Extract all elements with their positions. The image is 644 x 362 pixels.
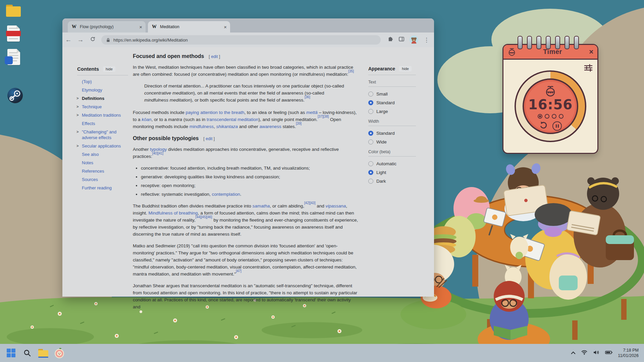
- article-body: Focused and open methods [ edit ] In the…: [133, 47, 358, 297]
- timer-widget: Timer ×: [502, 44, 598, 154]
- session-dot: [559, 114, 564, 119]
- appearance-hide-button[interactable]: hide: [399, 66, 412, 71]
- list-item: receptive: open monitoring;: [141, 182, 358, 189]
- radio-icon[interactable]: [368, 100, 373, 105]
- tab-meditation[interactable]: W Meditation ×: [148, 21, 230, 33]
- side-panel-icon[interactable]: [398, 36, 405, 44]
- timer-settings-icon[interactable]: [584, 64, 593, 73]
- extensions-icon[interactable]: [387, 36, 393, 44]
- radio-option-standard[interactable]: Standard: [368, 98, 416, 107]
- toc-item[interactable]: See also: [77, 152, 128, 157]
- toc-item[interactable]: >Definitions: [77, 96, 128, 101]
- toc-item-label: Meditation traditions: [82, 113, 121, 118]
- url-text: https://en.wikipedia.org/wiki/Meditation: [113, 38, 188, 43]
- toc-item[interactable]: Further reading: [77, 185, 128, 191]
- steam-icon: [7, 88, 23, 103]
- spiral-ring: [536, 36, 541, 49]
- timer-progress-ring: 16:56: [515, 70, 586, 142]
- radio-icon[interactable]: [368, 139, 373, 144]
- radio-option-large[interactable]: Large: [368, 107, 416, 116]
- radio-option-dark[interactable]: Dark: [368, 177, 416, 185]
- wikipedia-favicon-icon: W: [71, 24, 77, 29]
- volume-icon[interactable]: [593, 350, 600, 356]
- tab-flow-psychology[interactable]: W Flow (psychology) ×: [68, 21, 146, 33]
- taskbar-clock[interactable]: 7:18 PM 11/01/2026: [618, 348, 639, 358]
- clock-date: 11/01/2026: [618, 353, 639, 358]
- toc-item[interactable]: >Technique: [77, 104, 128, 110]
- radio-option-label: Wide: [376, 139, 387, 144]
- tomato-timer-app-button[interactable]: [54, 348, 64, 358]
- radio-option-wide[interactable]: Wide: [368, 137, 416, 146]
- appearance-panel: Appearance hide TextSmallStandardLargeWi…: [368, 47, 416, 297]
- profile-avatar[interactable]: [410, 36, 418, 44]
- battery-icon[interactable]: [605, 350, 612, 356]
- blockquote: Direction of mental attention... A pract…: [144, 82, 348, 104]
- timer-time: 16:56: [528, 98, 573, 111]
- close-tab-icon[interactable]: ×: [139, 24, 142, 30]
- toc-item[interactable]: >Secular applications: [77, 143, 128, 149]
- radio-option-label: Automatic: [376, 161, 396, 166]
- toc-item[interactable]: Effects: [77, 121, 128, 126]
- reload-icon[interactable]: [87, 36, 99, 44]
- desktop-icon-steam[interactable]: [7, 88, 23, 103]
- close-icon[interactable]: ×: [589, 48, 593, 56]
- radio-option-label: Standard: [376, 100, 395, 105]
- forward-icon[interactable]: →: [74, 36, 87, 44]
- radio-icon[interactable]: [368, 131, 373, 136]
- restart-icon[interactable]: [539, 121, 548, 131]
- session-dot: [552, 114, 556, 119]
- chevron-right-icon[interactable]: >: [76, 96, 78, 101]
- chevron-right-icon[interactable]: >: [76, 143, 78, 149]
- tab-title: Meditation: [160, 24, 221, 29]
- section-heading: Focused and open methods: [133, 53, 204, 59]
- chevron-right-icon[interactable]: >: [76, 112, 78, 118]
- radio-option-small[interactable]: Small: [368, 89, 416, 98]
- toc-item-label: (Top): [82, 79, 92, 84]
- toc-item[interactable]: Notes: [77, 160, 128, 166]
- tab-title: Flow (psychology): [80, 24, 137, 29]
- contents-hide-button[interactable]: hide: [103, 66, 115, 72]
- paragraph: In the West, meditation techniques have …: [133, 64, 358, 78]
- close-tab-icon[interactable]: ×: [224, 24, 227, 30]
- start-button[interactable]: [6, 348, 16, 358]
- toc-item[interactable]: Etymology: [77, 87, 128, 93]
- toc-item[interactable]: >"Challenging" and adverse effects: [77, 129, 128, 140]
- toc-item-label: See also: [82, 152, 99, 157]
- radio-option-standard[interactable]: Standard: [368, 129, 416, 137]
- radio-icon[interactable]: [368, 161, 373, 166]
- clock-time: 7:18 PM: [618, 348, 639, 353]
- chevron-right-icon[interactable]: >: [76, 104, 78, 110]
- list-item: reflective: systematic investigation, co…: [141, 191, 358, 198]
- paragraph: Matko and Sedlmeier (2019) "call into qu…: [133, 242, 358, 278]
- edit-link[interactable]: [ edit ]: [209, 54, 220, 59]
- toc-item[interactable]: References: [77, 168, 128, 174]
- spiral-ring: [527, 36, 532, 49]
- wifi-icon[interactable]: [581, 350, 588, 356]
- radio-option-automatic[interactable]: Automatic: [368, 159, 416, 168]
- radio-icon[interactable]: [368, 92, 373, 97]
- radio-icon[interactable]: [368, 170, 373, 175]
- radio-icon[interactable]: [368, 179, 373, 184]
- radio-icon[interactable]: [368, 109, 373, 114]
- session-dot: [538, 114, 542, 119]
- file-explorer-button[interactable]: [38, 348, 48, 358]
- back-icon[interactable]: ←: [62, 36, 74, 44]
- tray-chevron-up-icon[interactable]: [571, 350, 576, 356]
- toc-item-label: Technique: [82, 104, 102, 109]
- radio-option-label: Large: [376, 109, 388, 114]
- menu-icon[interactable]: ⋮: [423, 37, 430, 44]
- chevron-right-icon[interactable]: >: [76, 129, 78, 135]
- pause-button[interactable]: [552, 121, 562, 131]
- toc-item[interactable]: (Top): [77, 79, 128, 84]
- search-button[interactable]: [22, 348, 32, 358]
- windows-icon: [7, 349, 15, 357]
- toc-item[interactable]: >Meditation traditions: [77, 112, 128, 118]
- edit-link[interactable]: [ edit ]: [203, 136, 215, 141]
- toc-item[interactable]: Sources: [77, 177, 128, 182]
- desktop: W Flow (psychology) × W Meditation × ← →: [0, 0, 644, 362]
- timer-title: Timer: [516, 48, 589, 56]
- url-bar[interactable]: https://en.wikipedia.org/wiki/Meditation: [101, 35, 381, 45]
- radio-option-light[interactable]: Light: [368, 168, 416, 177]
- spiral-ring: [518, 36, 523, 49]
- desktop-icon-folder[interactable]: [6, 5, 21, 17]
